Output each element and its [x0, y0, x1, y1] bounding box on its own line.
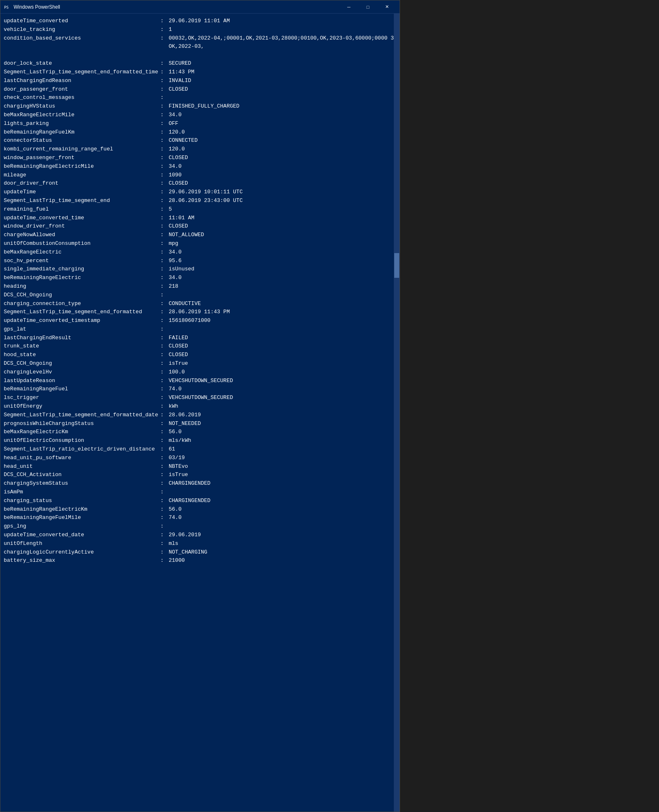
table-row: Segment_LastTrip_time_segment_end_format…: [4, 68, 398, 77]
row-value: OFF: [169, 120, 398, 128]
row-key: gps_lng: [4, 522, 160, 531]
table-row: lastUpdateReason : VEHCSHUTDOWN_SECURED: [4, 377, 398, 385]
row-key: trunk_state: [4, 342, 160, 351]
row-separator: :: [160, 488, 169, 497]
row-separator: :: [160, 26, 169, 34]
row-separator: :: [160, 34, 169, 52]
row-value: SECURED: [169, 59, 398, 68]
row-key: [4, 51, 160, 59]
window-title: Windows PowerShell: [14, 4, 339, 10]
table-row: vehicle_tracking : 1: [4, 26, 398, 34]
row-key: gps_lat: [4, 325, 160, 334]
row-key: head_unit_pu_software: [4, 454, 160, 462]
row-separator: :: [160, 239, 169, 248]
row-key: beRemainingRangeElectricKm: [4, 505, 160, 514]
row-separator: :: [160, 17, 169, 26]
row-key: lastChargingEndResult: [4, 334, 160, 343]
table-row: window_driver_front : CLOSED: [4, 222, 398, 231]
window-controls: ─ □ ✕: [339, 0, 396, 14]
row-key: updateTime_converted_time: [4, 214, 160, 223]
row-separator: :: [160, 394, 169, 402]
table-row: updateTime : 29.06.2019 10:01:11 UTC: [4, 188, 398, 197]
table-row: Segment_LastTrip_time_segment_end_format…: [4, 308, 398, 317]
row-separator: :: [160, 85, 169, 94]
row-separator: :: [160, 437, 169, 445]
row-value: 11:01 AM: [169, 214, 398, 223]
table-row: gps_lng :: [4, 522, 398, 531]
row-value: CONDUCTIVE: [169, 300, 398, 308]
row-value: VEHCSHUTDOWN_SECURED: [169, 377, 398, 385]
row-value: 28.06.2019 11:43 PM: [169, 308, 398, 317]
table-row: [4, 51, 398, 59]
table-row: unitOfElectricConsumption : mls/kWh: [4, 437, 398, 445]
row-key: Segment_LastTrip_time_segment_end: [4, 197, 160, 205]
row-key: unitOfLength: [4, 540, 160, 548]
row-separator: :: [160, 385, 169, 394]
close-button[interactable]: ✕: [377, 0, 396, 14]
row-key: soc_hv_percent: [4, 257, 160, 265]
row-key: charging_connection_type: [4, 300, 160, 308]
row-value: 34.0: [169, 274, 398, 282]
row-key: beRemainingRangeElectric: [4, 274, 160, 282]
row-key: lastChargingEndReason: [4, 77, 160, 85]
row-key: Segment_LastTrip_time_segment_end_format…: [4, 411, 160, 420]
row-separator: :: [160, 479, 169, 488]
row-key: unitOfCombustionConsumption: [4, 239, 160, 248]
row-value: isUnused: [169, 265, 398, 274]
row-key: hood_state: [4, 351, 160, 359]
row-value: [169, 51, 398, 59]
row-value: mls/kWh: [169, 437, 398, 445]
row-key: single_immediate_charging: [4, 265, 160, 274]
table-row: door_lock_state : SECURED: [4, 59, 398, 68]
scrollbar[interactable]: [394, 14, 400, 812]
row-value: 34.0: [169, 248, 398, 257]
row-value: 5: [169, 205, 398, 214]
row-key: Segment_LastTrip_time_segment_end_format…: [4, 308, 160, 317]
row-separator: :: [160, 317, 169, 325]
table-row: unitOfLength : mls: [4, 540, 398, 548]
row-key: unitOfElectricConsumption: [4, 437, 160, 445]
row-separator: :: [160, 128, 169, 137]
table-row: beRemainingRangeElectricKm : 56.0: [4, 505, 398, 514]
row-value: 29.06.2019 11:01 AM: [169, 17, 398, 26]
row-separator: :: [160, 145, 169, 154]
row-separator: :: [160, 454, 169, 462]
row-separator: :: [160, 351, 169, 359]
row-separator: :: [160, 179, 169, 188]
row-key: beMaxRangeElectric: [4, 248, 160, 257]
row-key: remaining_fuel: [4, 205, 160, 214]
row-key: connectorStatus: [4, 136, 160, 145]
row-separator: [160, 51, 169, 59]
row-key: lastUpdateReason: [4, 377, 160, 385]
row-separator: :: [160, 540, 169, 548]
row-key: Segment_LastTrip_time_segment_end_format…: [4, 68, 160, 77]
table-row: kombi_current_remaining_range_fuel : 120…: [4, 145, 398, 154]
row-value: [169, 522, 398, 531]
table-row: lights_parking : OFF: [4, 120, 398, 128]
row-key: chargingLogicCurrentlyActive: [4, 548, 160, 557]
table-row: charging_status : CHARGINGENDED: [4, 497, 398, 505]
row-value: CONNECTED: [169, 136, 398, 145]
row-key: chargeNowAllowed: [4, 231, 160, 239]
table-row: DCS_CCH_Activation : isTrue: [4, 471, 398, 479]
table-row: beRemainingRangeFuel : 74.0: [4, 385, 398, 394]
row-key: check_control_messages: [4, 94, 160, 102]
row-value: VEHCSHUTDOWN_SECURED: [169, 394, 398, 402]
table-row: unitOfCombustionConsumption : mpg: [4, 239, 398, 248]
row-separator: :: [160, 462, 169, 471]
scrollbar-thumb[interactable]: [394, 253, 399, 278]
table-row: unitOfEnergy : kWh: [4, 402, 398, 411]
row-value: 56.0: [169, 505, 398, 514]
row-separator: :: [160, 411, 169, 420]
table-row: condition_based_services : 00032,OK,2022…: [4, 34, 398, 52]
table-row: prognosisWhileChargingStatus : NOT_NEEDE…: [4, 420, 398, 428]
row-key: updateTime_converted_date: [4, 531, 160, 540]
maximize-button[interactable]: □: [358, 0, 377, 14]
minimize-button[interactable]: ─: [339, 0, 358, 14]
row-separator: :: [160, 231, 169, 239]
table-row: beRemainingRangeFuelMile : 74.0: [4, 514, 398, 522]
row-value: [169, 291, 398, 300]
row-separator: :: [160, 471, 169, 479]
row-key: vehicle_tracking: [4, 26, 160, 34]
table-row: lastChargingEndReason : INVALID: [4, 77, 398, 85]
